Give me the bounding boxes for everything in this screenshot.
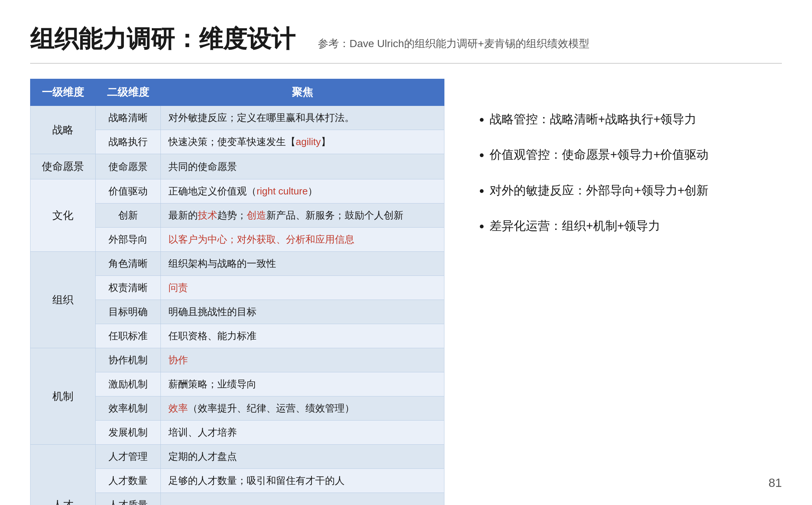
table-row: 战略战略清晰对外敏捷反应；定义在哪里赢和具体打法。: [31, 106, 444, 130]
cell-focus: 培训、人才培养: [161, 421, 444, 445]
cell-level2: 权责清晰: [96, 276, 161, 300]
sidebar-bullet-0: 战略管控：战略清晰+战略执行+领导力: [490, 109, 782, 129]
cell-focus: 薪酬策略；业绩导向: [161, 372, 444, 396]
sidebar-bullet-1: 价值观管控：使命愿景+领导力+价值驱动: [490, 144, 782, 165]
col-header-level2: 二级维度: [96, 79, 161, 106]
cell-focus: 共同的使命愿景: [161, 154, 444, 179]
table-row: 人才人才管理定期的人才盘点: [31, 445, 444, 469]
col-header-level1: 一级维度: [31, 79, 96, 106]
cell-level2: 激励机制: [96, 372, 161, 396]
cell-level2: 使命愿景: [96, 154, 161, 179]
cell-level2: 战略执行: [96, 130, 161, 154]
cell-focus: 快速决策；使变革快速发生【agility】: [161, 130, 444, 154]
cell-focus: 正确地定义价值观（right culture）: [161, 179, 444, 204]
cell-focus: 任职资格、能力标准: [161, 324, 444, 348]
cell-focus: 问责: [161, 276, 444, 300]
sidebar-section: 战略管控：战略清晰+战略执行+领导力价值观管控：使命愿景+领导力+价值驱动对外的…: [475, 79, 782, 251]
cell-level1: 文化: [31, 179, 96, 252]
cell-level2: 战略清晰: [96, 106, 161, 130]
page-header: 组织能力调研：维度设计 参考：Dave Ulrich的组织能力调研+麦肯锡的组织…: [30, 23, 782, 64]
sidebar-bullet-3: 差异化运营：组织+机制+领导力: [490, 216, 782, 236]
cell-focus: 效率（效率提升、纪律、运营、绩效管理）: [161, 396, 444, 421]
table-section: 一级维度 二级维度 聚焦 战略战略清晰对外敏捷反应；定义在哪里赢和具体打法。战略…: [30, 79, 444, 505]
sidebar-list: 战略管控：战略清晰+战略执行+领导力价值观管控：使命愿景+领导力+价值驱动对外的…: [475, 109, 782, 236]
cell-level2: 目标明确: [96, 300, 161, 324]
cell-level2: 效率机制: [96, 396, 161, 421]
cell-level1: 使命愿景: [31, 154, 96, 179]
cell-level2: 角色清晰: [96, 252, 161, 276]
cell-focus: 以客户为中心；对外获取、分析和应用信息: [161, 228, 444, 252]
cell-level2: 外部导向: [96, 228, 161, 252]
cell-level2: 任职标准: [96, 324, 161, 348]
cell-focus: 明确且挑战性的目标: [161, 300, 444, 324]
table-row: 文化价值驱动正确地定义价值观（right culture）: [31, 179, 444, 204]
cell-level2: 人才质量: [96, 493, 161, 505]
page-number: 81: [768, 476, 782, 490]
cell-level2: 发展机制: [96, 421, 161, 445]
page-title: 组织能力调研：维度设计: [30, 23, 295, 55]
table-header-row: 一级维度 二级维度 聚焦: [31, 79, 444, 106]
cell-level1: 战略: [31, 106, 96, 154]
cell-level1: 人才: [31, 445, 96, 505]
cell-focus: 足够的人才数量；吸引和留住有才干的人: [161, 469, 444, 493]
cell-level1: 机制: [31, 348, 96, 445]
table-row: 使命愿景使命愿景共同的使命愿景: [31, 154, 444, 179]
sidebar-bullet-2: 对外的敏捷反应：外部导向+领导力+创新: [490, 180, 782, 200]
cell-focus: 对外敏捷反应；定义在哪里赢和具体打法。: [161, 106, 444, 130]
table-row: 机制协作机制协作: [31, 348, 444, 372]
cell-focus: 最新的技术趋势；创造新产品、新服务；鼓励个人创新: [161, 204, 444, 228]
cell-focus: 定期的人才盘点: [161, 445, 444, 469]
main-content: 一级维度 二级维度 聚焦 战略战略清晰对外敏捷反应；定义在哪里赢和具体打法。战略…: [30, 79, 782, 505]
cell-level2: 人才管理: [96, 445, 161, 469]
cell-level2: 人才数量: [96, 469, 161, 493]
main-table: 一级维度 二级维度 聚焦 战略战略清晰对外敏捷反应；定义在哪里赢和具体打法。战略…: [30, 79, 444, 505]
cell-focus: 协作: [161, 348, 444, 372]
cell-focus: 组织架构与战略的一致性: [161, 252, 444, 276]
col-header-focus: 聚焦: [161, 79, 444, 106]
cell-level2: 协作机制: [96, 348, 161, 372]
cell-focus: [161, 493, 444, 505]
cell-level2: 创新: [96, 204, 161, 228]
page-reference: 参考：Dave Ulrich的组织能力调研+麦肯锡的组织绩效模型: [318, 37, 589, 51]
cell-level2: 价值驱动: [96, 179, 161, 204]
table-row: 组织角色清晰组织架构与战略的一致性: [31, 252, 444, 276]
cell-level1: 组织: [31, 252, 96, 348]
